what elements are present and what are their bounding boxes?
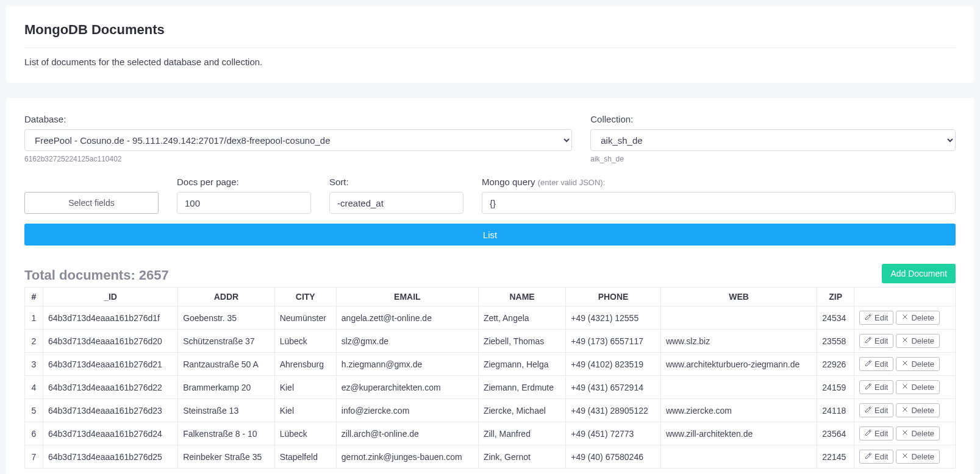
collection-label: Collection: [590, 114, 956, 124]
table-header: CITY [274, 288, 336, 306]
table-cell: slz@gmx.de [336, 330, 478, 353]
table-cell: Zett, Angela [478, 306, 565, 330]
table-cell: Reinbeker Straße 35 [178, 445, 275, 469]
database-select[interactable]: FreePool - Cosuno.de - 95.111.249.142:27… [24, 129, 572, 151]
list-button[interactable]: List [24, 224, 956, 246]
table-row: 164b3d713d4eaaa161b276d1fGoebenstr. 35Ne… [25, 306, 956, 330]
table-header: PHONE [566, 288, 661, 306]
table-cell: Brammerkamp 20 [178, 376, 275, 399]
database-label: Database: [24, 114, 572, 124]
perpage-input[interactable] [177, 192, 311, 214]
table-cell: +49 (4321) 12555 [566, 306, 661, 330]
delete-button[interactable]: Delete [896, 450, 940, 464]
table-cell: 64b3d713d4eaaa161b276d1f [43, 306, 178, 330]
actions-cell: EditDelete [854, 376, 955, 399]
edit-button[interactable]: Edit [859, 334, 893, 348]
table-cell: 22145 [817, 445, 854, 469]
table-cell: Zill, Manfred [478, 422, 565, 445]
table-cell: +49 (173) 6557117 [566, 330, 661, 353]
edit-button[interactable]: Edit [859, 357, 893, 371]
table-cell: 4 [25, 376, 43, 399]
db-collection-row: Database: FreePool - Cosuno.de - 95.111.… [24, 114, 956, 163]
delete-button[interactable]: Delete [896, 334, 940, 348]
table-header: WEB [660, 288, 817, 306]
table-row: 464b3d713d4eaaa161b276d22Brammerkamp 20K… [25, 376, 956, 399]
select-fields-button[interactable]: Select fields [24, 192, 159, 214]
table-cell: 64b3d713d4eaaa161b276d20 [43, 330, 178, 353]
edit-icon [865, 452, 872, 461]
collection-hint: aik_sh_de [590, 155, 956, 163]
sort-input[interactable] [329, 192, 463, 214]
totals-row: Total documents: 2657 Add Document [24, 264, 956, 283]
table-cell: 24534 [817, 306, 854, 330]
table-cell: www.zill-architekten.de [660, 422, 817, 445]
delete-button[interactable]: Delete [896, 380, 940, 394]
edit-button[interactable]: Edit [859, 403, 893, 417]
filters-row: Select fields Docs per page: Sort: Mongo… [24, 177, 956, 214]
table-cell: ez@kuperarchitekten.com [336, 376, 478, 399]
table-cell: +49 (431) 6572914 [566, 376, 661, 399]
table-cell: 22926 [817, 353, 854, 376]
table-cell: 6 [25, 422, 43, 445]
table-row: 564b3d713d4eaaa161b276d23Steinstraße 13K… [25, 399, 956, 422]
table-cell: Lübeck [274, 422, 336, 445]
table-cell: +49 (431) 28905122 [566, 399, 661, 422]
table-cell: Schützenstraße 37 [178, 330, 275, 353]
table-cell: 24118 [817, 399, 854, 422]
edit-button[interactable]: Edit [859, 450, 893, 464]
table-cell: Kiel [274, 399, 336, 422]
edit-icon [865, 383, 872, 392]
actions-cell: EditDelete [854, 399, 955, 422]
edit-button[interactable]: Edit [859, 426, 893, 440]
table-header [854, 288, 955, 306]
close-icon [901, 429, 909, 438]
table-cell: h.ziegmann@gmx.de [336, 353, 478, 376]
table-cell: Zink, Gernot [478, 445, 565, 469]
table-cell [660, 376, 817, 399]
edit-button[interactable]: Edit [859, 311, 893, 325]
table-cell: 7 [25, 445, 43, 469]
table-row: 664b3d713d4eaaa161b276d24Falkenstraße 8 … [25, 422, 956, 445]
delete-button[interactable]: Delete [896, 311, 940, 325]
table-cell: zill.arch@t-online.de [336, 422, 478, 445]
table-cell: 64b3d713d4eaaa161b276d22 [43, 376, 178, 399]
collection-select[interactable]: aik_sh_de [590, 129, 956, 151]
table-cell: 2 [25, 330, 43, 353]
table-cell: Steinstraße 13 [178, 399, 275, 422]
table-cell: 23558 [817, 330, 854, 353]
table-cell: 64b3d713d4eaaa161b276d21 [43, 353, 178, 376]
table-row: 364b3d713d4eaaa161b276d21Rantzaustraße 5… [25, 353, 956, 376]
query-input[interactable] [482, 192, 956, 214]
close-icon [901, 336, 909, 345]
header-card: MongoDB Documents List of documents for … [6, 6, 974, 83]
table-cell: gernot.zink@junges-bauen.com [336, 445, 478, 469]
table-header: _ID [43, 288, 178, 306]
page-title: MongoDB Documents [24, 22, 956, 48]
delete-button[interactable]: Delete [896, 403, 940, 417]
delete-button[interactable]: Delete [896, 426, 940, 440]
table-row: 764b3d713d4eaaa161b276d25Reinbeker Straß… [25, 445, 956, 469]
database-hint: 6162b32725224125ac110402 [24, 155, 572, 163]
table-cell [660, 306, 817, 330]
edit-button[interactable]: Edit [859, 380, 893, 394]
table-header: EMAIL [336, 288, 478, 306]
table-cell: Goebenstr. 35 [178, 306, 275, 330]
table-cell: Lübeck [274, 330, 336, 353]
documents-table: #_IDADDRCITYEMAILNAMEPHONEWEBZIP 164b3d7… [24, 287, 956, 469]
table-row: 264b3d713d4eaaa161b276d20Schützenstraße … [25, 330, 956, 353]
table-cell: 5 [25, 399, 43, 422]
perpage-label: Docs per page: [177, 177, 311, 187]
close-icon [901, 452, 909, 461]
table-cell: angela.zett@t-online.de [336, 306, 478, 330]
table-cell: www.ziercke.com [660, 399, 817, 422]
edit-icon [865, 406, 872, 415]
delete-button[interactable]: Delete [896, 357, 940, 371]
add-document-button[interactable]: Add Document [882, 264, 956, 283]
table-cell: +49 (451) 72773 [566, 422, 661, 445]
table-cell: Rantzaustraße 50 A [178, 353, 275, 376]
table-cell: 64b3d713d4eaaa161b276d25 [43, 445, 178, 469]
table-cell: Ziebell, Thomas [478, 330, 565, 353]
edit-icon [865, 429, 872, 438]
close-icon [901, 383, 909, 392]
sort-label: Sort: [329, 177, 463, 187]
